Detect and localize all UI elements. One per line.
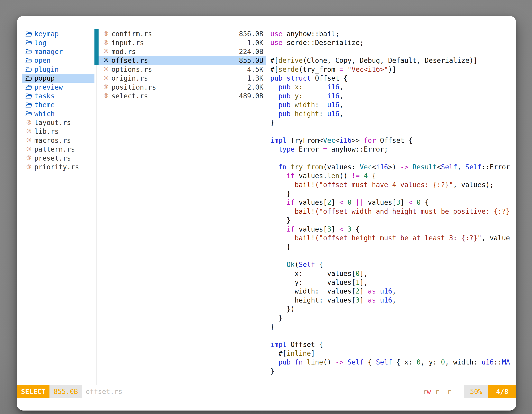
file-item-lib.rs[interactable]: ®lib.rs [22,127,95,136]
item-name: macros.rs [34,136,71,144]
folder-icon [25,92,32,100]
permissions-text: -rw-r--r-- [419,385,459,398]
item-name: log [34,39,47,47]
code-line: } [270,216,516,225]
code-line: } [270,314,516,322]
cursor-position-badge: 4/8 [488,385,516,398]
file-size: 1.3K [247,74,263,82]
code-line: height: values[3] as u16, [270,296,516,305]
item-name: popup [34,74,55,82]
file-name: select.rs [111,92,239,100]
rust-file-icon: ® [102,83,110,91]
file-name: confirm.rs [111,30,239,38]
item-name: open [34,57,50,64]
code-line: pub struct Offset { [270,74,516,83]
folder-icon [25,110,32,118]
item-name: which [34,110,55,118]
code-line: pub width: u16, [270,100,516,109]
item-name: layout.rs [34,119,71,127]
file-name: origin.rs [111,74,247,82]
file-name: mod.rs [111,48,239,56]
dir-item-popup[interactable]: popup [22,74,95,83]
code-line: fn try_from(values: Vec<i16>) -> Result<… [270,163,516,171]
file-size: 2.0K [247,83,263,91]
dir-item-keymap[interactable]: keymap [22,29,95,38]
code-line: } [270,118,516,127]
code-line: type Error = anyhow::Error; [270,145,516,154]
parent-pane: keymaplogmanageropenpluginpopuppreviewta… [22,29,95,171]
code-line: use anyhow::bail; [270,29,516,38]
code-line [270,331,516,340]
code-line: bail!("offset width and height must be p… [270,207,516,216]
file-row-offset.rs[interactable]: ®offset.rs855.0B [99,56,266,65]
file-row-options.rs[interactable]: ®options.rs4.5K [99,65,266,74]
rust-file-icon: ® [102,66,110,73]
item-name: preview [34,83,63,91]
file-row-select.rs[interactable]: ®select.rs489.0B [99,92,266,100]
item-name: lib.rs [34,127,59,135]
rust-file-icon: ® [25,136,32,144]
code-line: } [270,322,516,331]
rust-file-icon: ® [25,154,32,162]
folder-icon [25,57,32,64]
code-line: bail!("offset height must be at least 3:… [270,234,516,242]
file-row-input.rs[interactable]: ®input.rs1.0K [99,38,266,47]
file-row-position.rs[interactable]: ®position.rs2.0K [99,83,266,91]
pane-separator-right [268,29,268,385]
dir-item-manager[interactable]: manager [22,47,95,56]
file-size-badge: 855.0B [49,385,82,398]
status-spacer [122,385,419,398]
dir-item-tasks[interactable]: tasks [22,92,95,100]
code-line: x: values[0], [270,269,516,278]
rust-file-icon: ® [102,92,110,100]
file-item-preset.rs[interactable]: ®preset.rs [22,154,95,163]
file-name: offset.rs [111,57,239,64]
code-line [270,127,516,136]
preview-pane: use anyhow::bail;use serde::Deserialize;… [270,29,516,385]
code-line: impl Offset { [270,340,516,349]
code-line: bail!("offset must have 4 values: {:?}",… [270,180,516,189]
dir-item-plugin[interactable]: plugin [22,65,95,74]
file-row-mod.rs[interactable]: ®mod.rs224.0B [99,47,266,56]
pane-separator-left [96,65,96,385]
item-name: pattern.rs [34,145,75,153]
rust-file-icon: ® [102,39,110,47]
folder-icon [25,83,32,91]
rust-file-icon: ® [102,75,110,82]
file-item-pattern.rs[interactable]: ®pattern.rs [22,145,95,154]
rust-file-icon: ® [102,30,110,38]
code-line: if values[2] < 0 || values[3] < 0 { [270,198,516,207]
dir-item-theme[interactable]: theme [22,100,95,109]
dir-item-which[interactable]: which [22,109,95,118]
rust-file-icon: ® [25,163,32,171]
dir-item-preview[interactable]: preview [22,83,95,91]
dir-item-open[interactable]: open [22,56,95,65]
file-item-priority.rs[interactable]: ®priority.rs [22,163,95,171]
file-name: position.rs [111,83,247,91]
rust-file-icon: ® [102,48,110,55]
code-line: if values.len() != 4 { [270,171,516,180]
code-line: use serde::Deserialize; [270,38,516,47]
code-line [270,154,516,163]
file-item-layout.rs[interactable]: ®layout.rs [22,118,95,127]
code-line: }) [270,305,516,313]
code-line: pub fn line() -> Self { Self { x: 0, y: … [270,358,516,366]
item-name: keymap [34,30,59,38]
folder-icon [25,30,32,38]
code-line: impl TryFrom<Vec<i16>> for Offset { [270,136,516,145]
file-name: options.rs [111,66,247,73]
scroll-percent-badge: 50% [464,385,488,398]
rust-file-icon: ® [25,145,32,153]
code-line: pub x: i16, [270,83,516,91]
file-size: 489.0B [239,92,263,100]
file-size: 1.0K [247,39,263,47]
code-line: } [270,367,516,375]
current-pane: ®confirm.rs856.0B®input.rs1.0K®mod.rs224… [99,29,266,100]
dir-item-log[interactable]: log [22,38,95,47]
file-row-confirm.rs[interactable]: ®confirm.rs856.0B [99,29,266,38]
code-line: width: values[2] as u16, [270,287,516,296]
code-line: } [270,242,516,251]
file-row-origin.rs[interactable]: ®origin.rs1.3K [99,74,266,83]
code-line: #[derive(Clone, Copy, Debug, Default, De… [270,56,516,65]
file-item-macros.rs[interactable]: ®macros.rs [22,136,95,145]
